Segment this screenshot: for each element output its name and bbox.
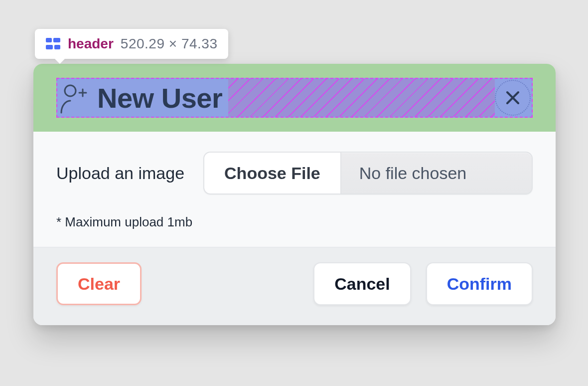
confirm-button[interactable]: Confirm (426, 262, 533, 305)
upload-row: Upload an image Choose File No file chos… (56, 152, 533, 194)
new-user-dialog: New User Upload an image Choose File No … (33, 64, 556, 325)
inspector-element-dimensions: 520.29 × 74.33 (121, 36, 218, 52)
dialog-footer: Clear Cancel Confirm (33, 247, 556, 325)
devtools-flex-gap-highlight (228, 79, 495, 117)
dialog-body: Upload an image Choose File No file chos… (33, 132, 556, 247)
close-button[interactable] (495, 80, 531, 116)
layout-grid-icon (46, 38, 61, 50)
clear-button[interactable]: Clear (56, 262, 142, 305)
file-input[interactable]: Choose File No file chosen (203, 152, 533, 194)
svg-point-0 (65, 85, 76, 96)
upload-label: Upload an image (56, 164, 184, 183)
dialog-title-group: New User (57, 79, 228, 117)
inspector-element-tag: header (68, 36, 114, 52)
devtools-inspector-tooltip: header 520.29 × 74.33 (35, 29, 228, 59)
choose-file-button[interactable]: Choose File (204, 153, 341, 193)
dialog-header-inner: New User (56, 78, 533, 118)
file-chosen-status: No file chosen (341, 153, 532, 193)
dialog-header: New User (33, 64, 556, 132)
upload-hint: * Maximum upload 1mb (56, 214, 533, 230)
cancel-button[interactable]: Cancel (313, 262, 411, 305)
dialog-title: New User (97, 82, 222, 114)
close-icon (505, 90, 520, 105)
add-user-icon (59, 82, 87, 114)
